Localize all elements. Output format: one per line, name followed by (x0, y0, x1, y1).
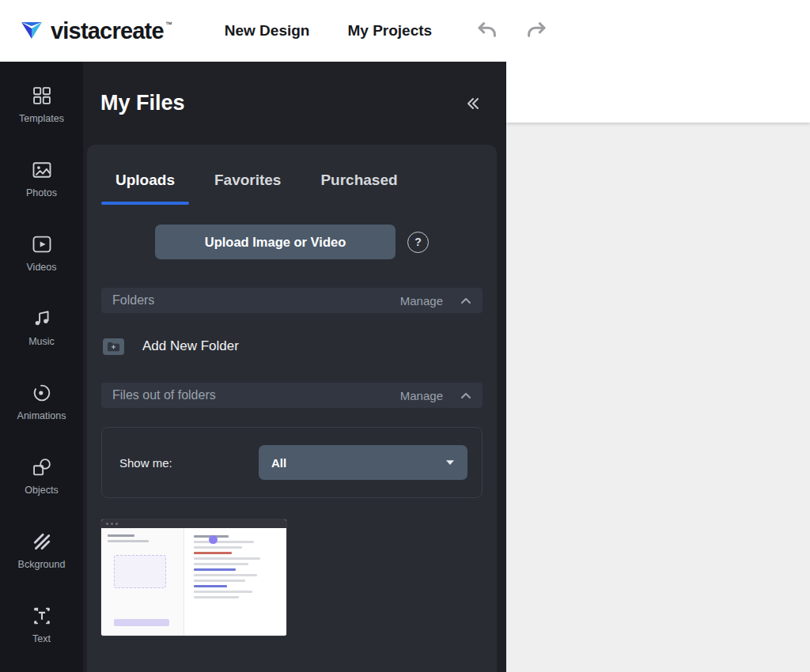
add-new-folder-button[interactable]: Add New Folder (101, 330, 483, 362)
background-icon (31, 530, 53, 553)
sidebar-item-animations[interactable]: Animations (0, 364, 83, 439)
thumb-detail (194, 596, 239, 598)
brand-text: vistacreate (51, 20, 164, 43)
thumb-detail (106, 523, 108, 525)
thumb-detail (108, 540, 149, 542)
thumb-detail (194, 557, 260, 560)
undo-icon (475, 19, 499, 43)
tab-label: Favorites (214, 172, 281, 188)
sidebar-item-music[interactable]: Music (0, 290, 83, 364)
thumb-detail (194, 591, 252, 593)
thumb-right-pane (184, 528, 286, 636)
folders-section-title: Folders (112, 293, 400, 308)
thumb-detail (194, 546, 242, 549)
thumb-detail (114, 619, 169, 626)
folders-manage-link[interactable]: Manage (400, 294, 443, 308)
panel-header: My Files (83, 62, 506, 145)
nav-my-projects[interactable]: My Projects (347, 22, 432, 40)
sidebar-item-text[interactable]: Text (0, 587, 83, 662)
vistacreate-logo[interactable]: vistacreate ™ (19, 20, 172, 43)
thumb-detail (108, 534, 134, 537)
upload-thumbnail[interactable] (101, 519, 286, 636)
thumb-browser-bar (101, 519, 286, 528)
animations-icon (31, 382, 53, 404)
canvas-top-strip (506, 62, 810, 123)
tab-label: Purchased (320, 172, 397, 188)
sidebar-item-label: Photos (26, 187, 57, 198)
redo-button[interactable] (522, 17, 551, 45)
videos-icon (31, 233, 53, 255)
show-me-dropdown[interactable]: All (259, 445, 467, 480)
tab-bar: Uploads Favorites Purchased (101, 145, 483, 205)
chevron-up-icon (460, 392, 471, 399)
thumb-left-pane (101, 528, 184, 636)
objects-icon (31, 456, 53, 478)
collapse-panel-button[interactable] (464, 95, 483, 112)
files-out-section-title: Files out of folders (112, 388, 400, 402)
upload-image-or-video-button[interactable]: Upload Image or Video (155, 225, 396, 259)
vistacreate-logo-icon (19, 20, 44, 41)
active-tab-indicator (101, 202, 189, 205)
files-out-collapse-button[interactable] (460, 392, 471, 399)
question-icon: ? (414, 236, 422, 248)
thumb-detail (194, 541, 253, 543)
top-header: vistacreate ™ New Design My Projects (0, 0, 810, 62)
upload-row: Upload Image or Video ? (101, 225, 483, 259)
files-out-manage-link[interactable]: Manage (400, 389, 443, 402)
folders-collapse-button[interactable] (460, 297, 471, 304)
thumb-detail (115, 523, 118, 525)
thumb-detail (194, 580, 245, 582)
uploads-card: Uploads Favorites Purchased Upload Image… (87, 145, 497, 672)
sidebar-item-label: Objects (25, 485, 58, 496)
folder-plus-icon (103, 338, 124, 355)
sidebar-item-background[interactable]: Bckground (0, 513, 83, 587)
history-controls (473, 17, 551, 45)
chevron-up-icon (460, 297, 471, 304)
nav-new-design[interactable]: New Design (225, 22, 310, 40)
thumb-detail (194, 568, 235, 571)
text-icon (31, 605, 53, 627)
thumb-detail (111, 523, 113, 525)
add-new-folder-label: Add New Folder (142, 338, 239, 354)
sidebar-item-label: Bckground (18, 559, 66, 570)
music-icon (31, 308, 53, 330)
double-chevron-left-icon (464, 95, 483, 112)
dropdown-caret-icon (445, 459, 455, 466)
main-nav: New Design My Projects (225, 22, 432, 40)
show-me-label: Show me: (119, 456, 172, 470)
thumb-detail (194, 585, 227, 587)
sidebar-item-label: Videos (27, 262, 57, 273)
brand-trademark: ™ (165, 21, 172, 28)
files-out-section-bar: Files out of folders Manage (101, 383, 483, 408)
filter-box: Show me: All (101, 427, 483, 498)
sidebar-rail: Templates Photos Videos (0, 62, 83, 672)
folders-section-bar: Folders Manage (101, 288, 483, 313)
thumb-detail (209, 535, 218, 544)
canvas-area (506, 62, 810, 672)
help-button[interactable]: ? (407, 232, 429, 253)
page-title: My Files (100, 91, 185, 115)
thumb-detail (194, 574, 257, 576)
thumb-detail (194, 552, 232, 554)
sidebar-item-label: Text (32, 633, 51, 644)
sidebar-item-label: Animations (17, 410, 66, 421)
sidebar-item-templates[interactable]: Templates (0, 67, 83, 142)
thumb-detail (114, 555, 166, 588)
sidebar-item-photos[interactable]: Photos (0, 142, 83, 216)
thumb-detail (194, 563, 248, 565)
templates-icon (31, 85, 53, 107)
tab-favorites[interactable]: Favorites (200, 164, 295, 205)
redo-icon (524, 19, 548, 43)
tab-label: Uploads (115, 172, 175, 188)
tab-purchased[interactable]: Purchased (306, 164, 411, 205)
sidebar-item-objects[interactable]: Objects (0, 439, 83, 513)
photos-icon (31, 159, 53, 181)
dropdown-selected-value: All (271, 456, 286, 470)
sidebar-item-videos[interactable]: Videos (0, 216, 83, 290)
sidebar-item-label: Music (28, 336, 55, 347)
my-files-panel: My Files Uploads Favorites Purchased (83, 62, 506, 672)
undo-button[interactable] (473, 17, 502, 45)
sidebar-item-label: Templates (19, 113, 64, 124)
tab-uploads[interactable]: Uploads (101, 164, 189, 205)
